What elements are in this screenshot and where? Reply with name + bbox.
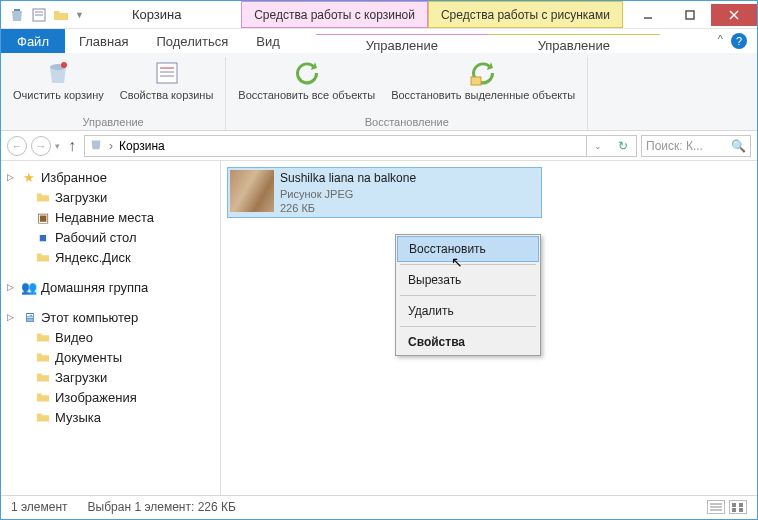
status-count: 1 элемент xyxy=(11,500,68,514)
contextual-tab-recycle[interactable]: Средства работы с корзиной xyxy=(241,1,428,28)
tab-home[interactable]: Главная xyxy=(65,30,142,53)
search-placeholder: Поиск: К... xyxy=(646,139,703,153)
subtab-manage-recycle[interactable]: Управление xyxy=(316,34,488,53)
restore-all-icon xyxy=(293,59,321,87)
sidebar-downloads[interactable]: Загрузки xyxy=(5,187,216,207)
sidebar-favorites[interactable]: ▷★Избранное xyxy=(5,167,216,187)
group-label-restore: Восстановление xyxy=(365,116,449,130)
titlebar: ▼ Корзина Средства работы с корзиной Сре… xyxy=(1,1,757,29)
homegroup-icon: 👥 xyxy=(21,279,37,295)
sidebar-video[interactable]: Видео xyxy=(5,327,216,347)
sidebar-homegroup[interactable]: ▷👥Домашняя группа xyxy=(5,277,216,297)
recent-icon: ▣ xyxy=(35,209,51,225)
navigation-bar: ← → ▾ ↑ › Корзина ⌄ ↻ Поиск: К... 🔍 xyxy=(1,131,757,161)
recycle-bin-icon xyxy=(9,7,25,23)
ctx-delete[interactable]: Удалить xyxy=(396,298,540,324)
contextual-tab-pictures[interactable]: Средства работы с рисунками xyxy=(428,1,623,28)
back-button[interactable]: ← xyxy=(7,136,27,156)
folder-icon xyxy=(35,189,51,205)
up-button[interactable]: ↑ xyxy=(64,137,80,155)
ctx-separator xyxy=(400,326,536,327)
svg-rect-13 xyxy=(471,77,481,85)
breadcrumb[interactable]: › Корзина ⌄ ↻ xyxy=(84,135,637,157)
qa-dropdown-icon[interactable]: ▼ xyxy=(75,10,84,20)
file-tab[interactable]: Файл xyxy=(1,29,65,53)
restore-selected-icon xyxy=(469,59,497,87)
ctx-cut[interactable]: Вырезать xyxy=(396,267,540,293)
cursor-icon: ↖ xyxy=(451,254,463,270)
search-icon[interactable]: 🔍 xyxy=(731,139,746,153)
star-icon: ★ xyxy=(21,169,37,185)
svg-rect-4 xyxy=(686,11,694,19)
window-title: Корзина xyxy=(92,7,182,22)
tab-view[interactable]: Вид xyxy=(242,30,294,53)
file-name: Sushilka liana na balkone xyxy=(280,171,416,187)
folder-icon xyxy=(35,249,51,265)
restore-all-button[interactable]: Восстановить все объекты xyxy=(234,57,379,103)
sidebar-documents[interactable]: Документы xyxy=(5,347,216,367)
body: ▷★Избранное Загрузки ▣Недавние места ■Ра… xyxy=(1,161,757,495)
ctx-separator xyxy=(400,264,536,265)
details-view-button[interactable] xyxy=(707,500,725,514)
sidebar-thispc[interactable]: ▷🖥Этот компьютер xyxy=(5,307,216,327)
desktop-icon: ■ xyxy=(35,229,51,245)
minimize-button[interactable] xyxy=(627,4,669,26)
close-button[interactable] xyxy=(711,4,757,26)
navigation-pane: ▷★Избранное Загрузки ▣Недавние места ■Ра… xyxy=(1,161,221,495)
file-type: Рисунок JPEG xyxy=(280,187,416,201)
group-label-manage: Управление xyxy=(83,116,144,130)
properties-icon[interactable] xyxy=(31,7,47,23)
sidebar-recent[interactable]: ▣Недавние места xyxy=(5,207,216,227)
ctx-restore[interactable]: Восстановить xyxy=(397,236,539,262)
context-menu: Восстановить Вырезать Удалить Свойства xyxy=(395,234,541,356)
ribbon-group-restore: Восстановить все объекты Восстановить вы… xyxy=(226,57,588,130)
window-controls xyxy=(627,4,757,26)
recent-locations-icon[interactable]: ▾ xyxy=(55,141,60,151)
file-size: 226 КБ xyxy=(280,201,416,215)
folder-icon xyxy=(35,349,51,365)
statusbar: 1 элемент Выбран 1 элемент: 226 КБ xyxy=(1,495,757,517)
breadcrumb-current[interactable]: Корзина xyxy=(119,139,165,153)
subtab-manage-pictures[interactable]: Управление xyxy=(488,34,660,53)
sidebar-downloads2[interactable]: Загрузки xyxy=(5,367,216,387)
svg-rect-19 xyxy=(732,508,736,512)
maximize-button[interactable] xyxy=(669,4,711,26)
history-dropdown-icon[interactable]: ⌄ xyxy=(586,135,608,157)
collapse-ribbon-icon[interactable]: ^ xyxy=(718,33,723,49)
sidebar-music[interactable]: Музыка xyxy=(5,407,216,427)
view-toggles xyxy=(707,500,747,514)
svg-point-8 xyxy=(61,62,67,68)
folder-icon xyxy=(35,369,51,385)
file-item[interactable]: Sushilka liana na balkone Рисунок JPEG 2… xyxy=(227,167,542,218)
svg-rect-20 xyxy=(739,508,743,512)
ctx-properties[interactable]: Свойства xyxy=(396,329,540,355)
contextual-tabs: Средства работы с корзиной Средства рабо… xyxy=(241,1,623,28)
computer-icon: 🖥 xyxy=(21,309,37,325)
sidebar-images[interactable]: Изображения xyxy=(5,387,216,407)
search-input[interactable]: Поиск: К... 🔍 xyxy=(641,135,751,157)
ctx-separator xyxy=(400,295,536,296)
file-thumbnail xyxy=(230,170,274,212)
quick-access-toolbar: ▼ xyxy=(1,7,92,23)
status-selection: Выбран 1 элемент: 226 КБ xyxy=(88,500,236,514)
empty-recycle-button[interactable]: Очистить корзину xyxy=(9,57,108,103)
forward-button[interactable]: → xyxy=(31,136,51,156)
tab-share[interactable]: Поделиться xyxy=(142,30,242,53)
refresh-icon[interactable]: ↻ xyxy=(614,139,632,153)
sidebar-desktop[interactable]: ■Рабочий стол xyxy=(5,227,216,247)
help-icon[interactable]: ? xyxy=(731,33,747,49)
sidebar-yandex-disk[interactable]: Яндекс.Диск xyxy=(5,247,216,267)
ribbon-group-manage: Очистить корзину Свойства корзины Управл… xyxy=(1,57,226,130)
svg-rect-9 xyxy=(157,63,177,83)
folder-icon xyxy=(35,389,51,405)
ribbon-tabs-row: Файл Главная Поделиться Вид Управление У… xyxy=(1,29,757,53)
icons-view-button[interactable] xyxy=(729,500,747,514)
folder-icon xyxy=(35,329,51,345)
file-info: Sushilka liana na balkone Рисунок JPEG 2… xyxy=(280,170,416,215)
recycle-props-button[interactable]: Свойства корзины xyxy=(116,57,218,103)
empty-recycle-icon xyxy=(44,59,72,87)
restore-selected-button[interactable]: Восстановить выделенные объекты xyxy=(387,57,579,103)
ribbon-collapse-area: ^ ? xyxy=(708,29,757,53)
new-folder-icon[interactable] xyxy=(53,7,69,23)
chevron-right-icon[interactable]: › xyxy=(109,139,113,153)
